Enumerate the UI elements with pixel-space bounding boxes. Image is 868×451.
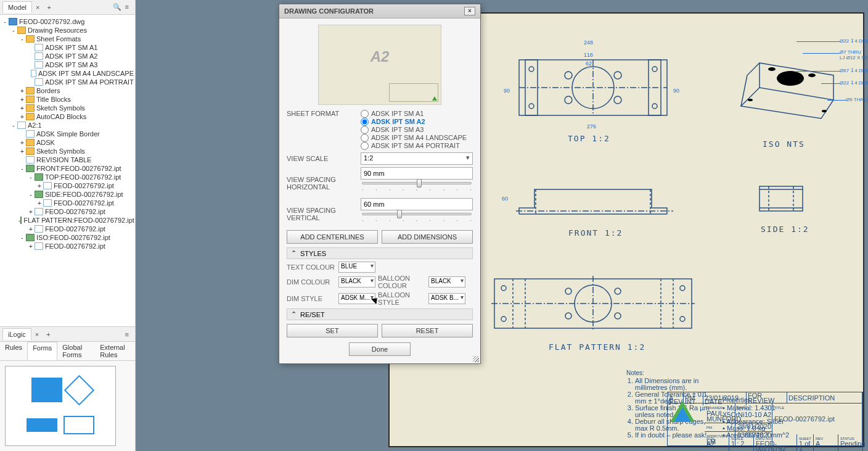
expand-icon[interactable]: + [36, 183, 43, 189]
expand-icon[interactable]: + [18, 105, 26, 112]
model-tree[interactable]: -FEOD-00276792.dwg-Drawing Resources-She… [0, 15, 135, 326]
expand-icon[interactable]: - [18, 234, 26, 241]
tree-node[interactable]: -FLAT PATTERN:FEOD-00276792.ipt [1, 216, 134, 225]
tree-node[interactable]: ADSK IPT SM A3 [1, 60, 134, 69]
tree-node[interactable]: -Drawing Resources [1, 26, 134, 35]
balloon-colour-dropdown[interactable]: BLACK [428, 276, 465, 288]
done-button[interactable]: Done [349, 342, 411, 356]
expand-icon[interactable]: - [1, 19, 9, 25]
dim-colour-dropdown[interactable]: BLACK [338, 276, 375, 288]
text-colour-dropdown[interactable]: BLUE [338, 262, 375, 273]
tree-node[interactable]: +Borders [1, 86, 134, 95]
tree-node[interactable]: +FEOD-00276792.ipt [1, 199, 134, 207]
tree-node[interactable]: -SIDE:FEOD-00276792.ipt [1, 190, 134, 199]
tree-node[interactable]: -TOP:FEOD-00276792.ipt [1, 173, 134, 181]
sheet-format-radio[interactable]: ADSK IPT SM A4 PORTRAIT [361, 142, 473, 150]
expand-icon[interactable]: + [27, 243, 35, 250]
view-scale-dropdown[interactable]: 1:2 [361, 152, 473, 165]
ilogic-subtab-rules[interactable]: Rules [0, 342, 27, 360]
radio-icon[interactable] [361, 134, 369, 142]
set-button[interactable]: SET [287, 324, 378, 337]
tree-item-icon [43, 199, 52, 207]
expand-icon[interactable]: + [18, 96, 26, 103]
add-centerlines-button[interactable]: ADD CENTERLINES [287, 230, 378, 244]
tree-item-icon [26, 104, 35, 112]
tree-node[interactable]: -Sheet Formats [1, 35, 134, 43]
tree-node[interactable]: ADSK IPT SM A4 PORTRAIT [1, 78, 134, 86]
model-tab[interactable]: Model [2, 1, 32, 13]
tree-node[interactable]: +Title Blocks [1, 95, 134, 104]
expand-icon[interactable]: - [27, 191, 35, 198]
tree-node[interactable]: REVISION TABLE [1, 155, 134, 164]
tree-node[interactable]: +FEOD-00276792.ipt [1, 207, 134, 216]
tree-node[interactable]: +ADSK [1, 138, 134, 147]
sheet-format-radios[interactable]: ADSK IPT SM A1ADSK IPT SM A2ADSK IPT SM … [361, 110, 473, 150]
tree-node[interactable]: -FRONT:FEOD-00276792.ipt [1, 164, 134, 173]
ilogic-subtab-forms[interactable]: Forms [27, 342, 57, 360]
view-spacing-v-slider[interactable]: ········· [361, 210, 473, 226]
radio-icon[interactable] [361, 110, 369, 118]
expand-icon[interactable]: + [27, 226, 35, 233]
expand-icon[interactable]: - [10, 122, 17, 129]
styles-header[interactable]: ⌃STYLES [287, 247, 473, 259]
expand-icon[interactable]: + [18, 148, 26, 155]
tree-node[interactable]: +FEOD-00276792.ipt [1, 242, 134, 250]
ilogic-subtab-external-rules[interactable]: External Rules [95, 342, 135, 360]
expand-icon[interactable]: + [18, 114, 26, 120]
drawing-canvas[interactable]: 248 116 62 90 90 276 TOP 1:2 [136, 0, 868, 451]
flat-view-label: FLAT PATTERN 1:2 [549, 342, 645, 352]
tree-node[interactable]: ADSK IPT SM A4 LANDSCAPE [1, 69, 134, 78]
sheet-format-radio[interactable]: ADSK IPT SM A4 LANDSCAPE [361, 134, 473, 142]
sheet-format-radio[interactable]: ADSK IPT SM A2 [361, 118, 473, 126]
tree-node[interactable]: -A2:1 [1, 121, 134, 130]
reset-header[interactable]: ⌃RE/SET [287, 308, 473, 320]
expand-icon[interactable]: + [36, 200, 43, 207]
resize-grip-icon[interactable] [473, 356, 479, 362]
expand-icon[interactable]: - [10, 27, 17, 34]
add-dimensions-button[interactable]: ADD DIMENSIONS [382, 230, 473, 244]
view-spacing-v-input[interactable] [361, 198, 473, 210]
tree-node[interactable]: ADSK IPT SM A2 [1, 52, 134, 60]
tree-node[interactable]: +FEOD-00276792.ipt [1, 225, 134, 233]
dim-colour-label: DIM COLOUR [287, 278, 336, 286]
ilogic-subtab-global-forms[interactable]: Global Forms [57, 342, 95, 360]
dim-style-dropdown[interactable]: ADSK M... [338, 293, 375, 304]
tree-node[interactable]: +AutoCAD Blocks [1, 112, 134, 121]
sheet-format-radio[interactable]: ADSK IPT SM A3 [361, 126, 473, 134]
sheet-format-radio[interactable]: ADSK IPT SM A1 [361, 110, 473, 118]
tree-node[interactable]: +Sketch Symbols [1, 104, 134, 112]
add-tab-icon[interactable]: + [43, 331, 54, 338]
close-icon[interactable]: × [31, 331, 43, 338]
reset-button[interactable]: RESET [382, 324, 473, 337]
view-spacing-h-slider[interactable]: ········· [361, 180, 473, 196]
top-view-label: TOP 1:2 [568, 134, 610, 143]
search-icon[interactable]: 🔍 [113, 3, 121, 11]
balloon-style-dropdown[interactable]: ADSK B... [428, 293, 465, 304]
tree-node[interactable]: ADSK IPT SM A1 [1, 43, 134, 52]
add-tab-icon[interactable]: + [43, 4, 54, 11]
menu-icon[interactable]: ≡ [125, 3, 129, 11]
tree-node[interactable]: -ISO:FEOD-00276792.ipt [1, 233, 134, 242]
tree-node[interactable]: ADSK Simple Border [1, 130, 134, 138]
expand-icon[interactable]: + [27, 209, 35, 215]
tree-node[interactable]: -FEOD-00276792.dwg [1, 17, 134, 26]
menu-icon[interactable]: ≡ [125, 331, 129, 338]
iso-view-label: ISO NTS [763, 139, 805, 149]
expand-icon[interactable]: + [18, 88, 26, 94]
tree-item-label: FRONT:FEOD-00276792.ipt [36, 165, 121, 172]
radio-icon[interactable] [361, 118, 369, 126]
tree-node[interactable]: +FEOD-00276792.ipt [1, 181, 134, 190]
expand-icon[interactable]: - [18, 165, 26, 172]
tree-node[interactable]: +Sketch Symbols [1, 147, 134, 155]
radio-icon[interactable] [361, 142, 369, 150]
radio-icon[interactable] [361, 126, 369, 134]
expand-icon[interactable]: - [18, 36, 26, 43]
close-icon[interactable]: × [32, 4, 43, 11]
form-thumbnail[interactable] [0, 361, 135, 451]
dialog-titlebar[interactable]: DRAWING CONFIGURATOR × [279, 4, 480, 19]
view-spacing-h-input[interactable] [361, 167, 473, 180]
ilogic-tab[interactable]: iLogic [2, 328, 31, 340]
expand-icon[interactable]: + [18, 139, 26, 146]
dialog-close-icon[interactable]: × [464, 7, 475, 15]
expand-icon[interactable]: - [27, 174, 35, 181]
